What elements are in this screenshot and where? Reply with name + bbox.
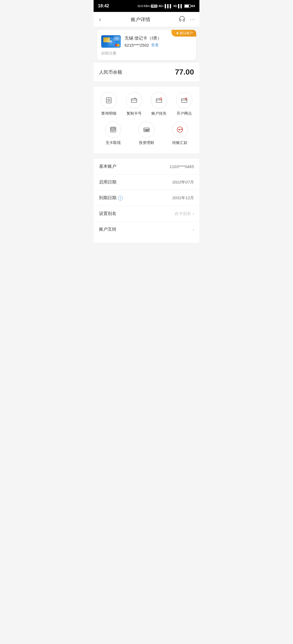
card-location-icon [176,92,192,108]
basic-account-label: 基本账户 [99,164,116,169]
card-alert-icon [151,92,167,108]
transfer-icon: ¥ [172,121,188,138]
balance-amount: 77.00 [175,68,194,76]
card-add-icon [126,92,142,108]
action-suspend[interactable]: 账户挂失 [148,92,170,116]
nickname-placeholder-text: 此卡别名 [175,211,191,216]
action-copy-card[interactable]: 复制卡号 [123,92,145,116]
card-info: 工行 e 无锡 借记卡（Ⅰ类） 6215****2502 查看 [101,35,192,48]
nickname-value: 此卡别名 › [175,211,194,216]
signal-bars2: ▌▌ [178,4,183,8]
status-icons: 22.6 KB/s HD2 4G+ ▌▌▌ 4G ▌▌ 64 [138,4,195,8]
info-row-expire-date: 到期日期 i 2031年12月 [94,190,199,206]
nickname-chevron: › [193,211,194,216]
signal-bars: ▌▌▌ [165,4,172,8]
signal-4gplus: 4G+ [158,5,164,8]
card-section: ★ 默认账户 工行 e 无锡 借记卡（Ⅰ类） 6215****2502 [97,30,196,60]
account-transfer-chevron: › [193,227,194,232]
action-cardless[interactable]: ATM 无卡取现 [102,121,124,145]
battery-icon [184,4,191,8]
signal-4g: 4G [173,5,177,8]
back-button[interactable]: ‹ [98,15,102,24]
info-row-account-transfer[interactable]: 账户互转 › [94,222,199,237]
svg-text:¥: ¥ [179,128,180,131]
action-label-investment: 投资理财 [139,140,154,145]
investment-icon [138,121,155,138]
separator1 [94,81,199,84]
action-label-transfer: 转账汇款 [172,140,187,145]
action-investment[interactable]: 投资理财 [136,121,157,145]
balance-label: 人民币余额 [99,69,122,75]
card-view-link[interactable]: 查看 [151,43,159,48]
account-transfer-value: › [193,227,194,232]
expire-date-label-text: 到期日期 [99,195,116,201]
info-row-nickname[interactable]: 设置别名 此卡别名 › [94,206,199,222]
network-speed: 22.6 KB/s [138,5,150,8]
separator2 [94,153,199,156]
nav-bar: ‹ 账户详情 ··· [94,12,199,27]
action-transfer[interactable]: ¥ 转账汇款 [169,121,191,145]
svg-point-17 [186,98,186,99]
account-transfer-label: 账户互转 [99,227,116,232]
balance-section: 人民币余额 77.00 [94,63,199,81]
support-icon[interactable] [179,15,185,24]
default-badge: ★ 默认账户 [171,30,196,37]
card-number: 6215****2502 [125,43,149,47]
card-image: 工行 e [101,35,121,48]
start-date-value: 2022年07月 [172,180,194,185]
action-label-suspend: 账户挂失 [151,111,167,116]
nickname-label: 设置别名 [99,211,116,217]
action-label-cardless: 无卡取现 [106,140,121,145]
svg-rect-5 [131,99,137,102]
start-date-label: 启用日期 [99,179,116,185]
quick-actions: ¥ 查询明细 复制卡号 [94,87,199,153]
action-label-copy: 复制卡号 [126,111,142,116]
bottom-spacer [94,237,199,243]
page-title: 账户详情 [131,16,150,23]
action-query-detail[interactable]: ¥ 查询明细 [98,92,120,116]
svg-text:¥: ¥ [110,101,110,102]
action-row-2: ATM 无卡取现 投资理财 ¥ [96,121,197,145]
svg-text:ATM: ATM [112,128,115,130]
info-circle-icon[interactable]: i [118,196,123,201]
action-label-branch: 开户网点 [177,111,192,116]
expire-date-value: 2031年12月 [172,195,194,201]
card-details: 无锡 借记卡（Ⅰ类） 6215****2502 查看 [125,36,192,48]
battery-level: 64 [192,4,195,8]
basic-account-value: 1103****0465 [170,164,194,169]
action-branch[interactable]: 开户网点 [173,92,195,116]
svg-rect-28 [146,130,147,131]
card-number-row: 6215****2502 查看 [125,43,192,48]
status-bar: 18:42 22.6 KB/s HD2 4G+ ▌▌▌ 4G ▌▌ 64 [94,0,199,12]
status-time: 18:42 [98,4,109,8]
expire-date-label: 到期日期 i [99,195,123,201]
info-section: 基本账户 1103****0465 启用日期 2022年07月 到期日期 i 2… [94,159,199,237]
nav-actions: ··· [179,15,195,24]
more-icon[interactable]: ··· [190,16,195,22]
atm-icon: ATM [105,121,121,138]
action-row-1: ¥ 查询明细 复制卡号 [96,92,197,116]
card-sub-info: 自助注册 [101,51,192,56]
svg-rect-29 [148,130,148,131]
action-label-query: 查询明细 [101,111,116,116]
svg-point-13 [161,99,161,99]
info-row-start-date: 启用日期 2022年07月 [94,175,199,190]
svg-rect-27 [145,130,146,131]
list-receipt-icon: ¥ [101,92,117,108]
hd2-label: HD2 [151,5,157,8]
info-row-basic-account: 基本账户 1103****0465 [94,159,199,175]
battery-fill [185,5,189,7]
